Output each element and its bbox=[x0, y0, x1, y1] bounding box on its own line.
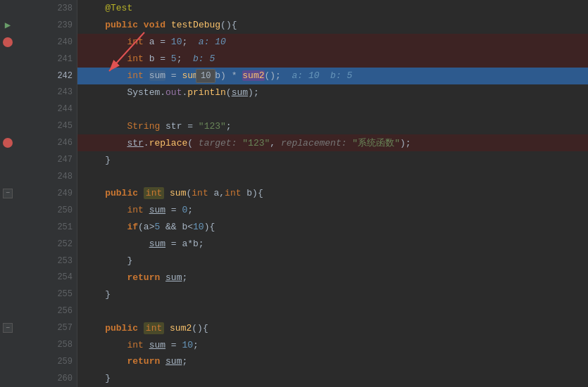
gutter-icon-246[interactable] bbox=[1, 137, 14, 149]
kw-int-257: int bbox=[144, 323, 164, 334]
kw-public-257: public bbox=[105, 323, 138, 334]
gutter-icon-257[interactable]: − bbox=[1, 322, 14, 334]
indent-242 bbox=[83, 70, 127, 81]
gutter-row-247: 247 bbox=[0, 151, 77, 168]
gutter-icon-238 bbox=[1, 2, 14, 15]
var-sum-254: sum bbox=[165, 272, 182, 283]
kw-int-b-249: int bbox=[225, 188, 241, 198]
code-line-260: } bbox=[77, 370, 588, 387]
code-260: } bbox=[83, 373, 111, 383]
code-247: } bbox=[83, 155, 111, 165]
indent-245 bbox=[83, 121, 127, 132]
code-252b: = a*b; bbox=[165, 239, 204, 249]
code-line-251: if(a>5 && b<10){ bbox=[77, 219, 588, 236]
debug-arrow-icon: ▶ bbox=[2, 20, 13, 31]
gutter-row-243: 243 bbox=[0, 84, 77, 101]
code-253: } bbox=[83, 255, 132, 266]
code-251b: (a> bbox=[138, 222, 154, 232]
num-5-241: 5 bbox=[171, 53, 177, 64]
empty-256 bbox=[83, 306, 89, 317]
kw-return-259: return bbox=[127, 356, 160, 367]
num-10-251: 10 bbox=[193, 222, 204, 232]
indent-250 bbox=[83, 205, 127, 215]
indent-243 bbox=[83, 87, 127, 98]
code-258d: ; bbox=[193, 340, 199, 350]
gutter-row-238: 238 bbox=[0, 0, 77, 17]
line-num-259: 259 bbox=[14, 357, 73, 367]
gutter-icon-256 bbox=[1, 305, 14, 317]
code-242c: sum = bbox=[149, 70, 182, 81]
gutter-icon-248 bbox=[1, 170, 14, 183]
indent-254 bbox=[83, 272, 127, 283]
num-10-240: 10 bbox=[171, 37, 182, 47]
code-243c: . bbox=[182, 87, 187, 98]
gutter-row-245: 245 bbox=[0, 118, 77, 134]
line-num-257: 257 bbox=[14, 323, 73, 333]
gutter-icon-252 bbox=[1, 238, 14, 250]
gutter-icon-255 bbox=[1, 288, 14, 300]
gutter-icon-250 bbox=[1, 204, 14, 217]
code-line-248 bbox=[77, 168, 588, 185]
code-line-243: System.out.println(sum); bbox=[77, 84, 588, 101]
gutter-row-257: − 257 bbox=[0, 319, 77, 336]
code-243e: ); bbox=[248, 87, 259, 98]
code-251d: ){ bbox=[204, 222, 215, 232]
gutter-icon-239: ▶ bbox=[1, 19, 14, 32]
debug-a-240: a: 10 bbox=[199, 37, 226, 47]
kw-int-250: int bbox=[127, 205, 143, 215]
code-243b: out bbox=[165, 87, 182, 98]
code-line-245: String str = "123"; bbox=[77, 118, 588, 134]
fold-249[interactable]: − bbox=[3, 189, 13, 198]
gutter-icon-253 bbox=[1, 255, 14, 267]
line-gutter: 238 ▶ 239 240 241 242 243 bbox=[0, 0, 77, 387]
code-241b: b = bbox=[144, 53, 171, 64]
var-sum-250: sum bbox=[149, 205, 165, 215]
line-num-240: 240 bbox=[14, 37, 73, 47]
code-257d: (){ bbox=[192, 323, 208, 334]
code-258b bbox=[144, 340, 149, 350]
line-num-246: 246 bbox=[14, 138, 73, 148]
kw-void-239: void bbox=[144, 20, 165, 30]
empty-244 bbox=[83, 104, 89, 115]
gutter-icon-249[interactable]: − bbox=[1, 187, 14, 200]
gutter-icon-240[interactable] bbox=[1, 36, 14, 49]
debug-b-241: b: 5 bbox=[193, 53, 215, 64]
line-num-247: 247 bbox=[14, 155, 73, 165]
fold-257[interactable]: − bbox=[3, 323, 13, 333]
debug-ab-242: a: 10 b: 5 bbox=[292, 70, 353, 81]
breakpoint-246[interactable] bbox=[3, 138, 13, 148]
code-250b bbox=[144, 205, 149, 215]
gutter-icon-243 bbox=[1, 86, 14, 99]
gutter-icon-254 bbox=[1, 271, 14, 284]
line-num-243: 243 bbox=[14, 87, 73, 97]
code-254b bbox=[160, 272, 165, 283]
kw-public-249: public bbox=[105, 188, 138, 198]
empty-248 bbox=[83, 172, 89, 182]
kw-int-242: int bbox=[127, 70, 143, 81]
code-249f: b){ bbox=[242, 188, 263, 198]
line-num-250: 250 bbox=[14, 205, 73, 215]
code-line-253: } bbox=[77, 253, 588, 269]
code-246d: , bbox=[270, 138, 281, 148]
kw-return-254: return bbox=[127, 272, 160, 283]
code-246e: ); bbox=[400, 138, 411, 148]
breakpoint-240[interactable] bbox=[3, 37, 13, 47]
code-editor: 238 ▶ 239 240 241 242 243 bbox=[0, 0, 588, 387]
gutter-icon-244 bbox=[1, 103, 14, 115]
gutter-row-260: 260 bbox=[0, 370, 77, 387]
code-254c: ; bbox=[182, 272, 187, 283]
gutter-icon-259 bbox=[1, 355, 14, 368]
method-println: println bbox=[187, 87, 226, 98]
code-line-241: int b = 5; b: 5 bbox=[77, 51, 588, 68]
gutter-row-251: 251 bbox=[0, 219, 77, 236]
gutter-row-254: 254 bbox=[0, 269, 77, 286]
line-num-245: 245 bbox=[14, 121, 73, 131]
kw-string-245: String bbox=[127, 121, 160, 132]
line-num-260: 260 bbox=[14, 374, 73, 383]
code-259c: ; bbox=[182, 356, 187, 367]
kw-int-241: int bbox=[127, 53, 143, 64]
code-line-252: sum = a*b; bbox=[77, 236, 588, 253]
code-line-258: int sum = 10; bbox=[77, 336, 588, 353]
indent-241 bbox=[83, 53, 127, 64]
var-str-246: str bbox=[127, 138, 143, 148]
